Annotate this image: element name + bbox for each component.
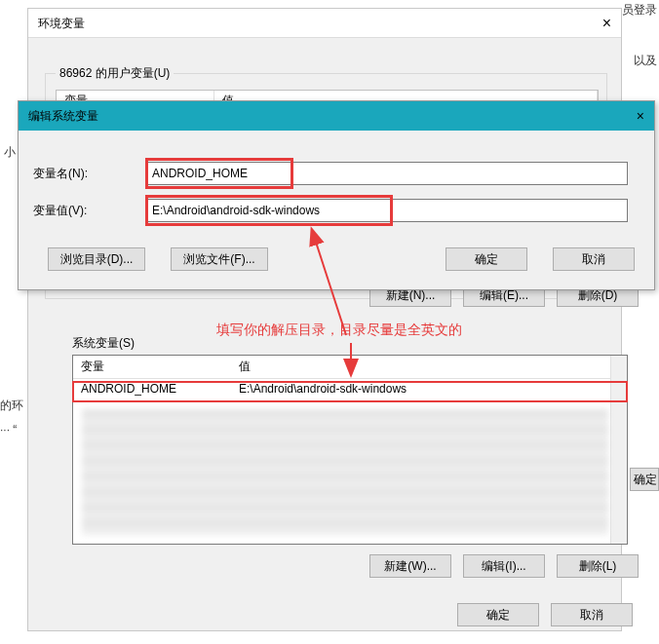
fragment-text: ··· “ xyxy=(0,423,17,436)
browse-buttons: 浏览目录(D)... 浏览文件(F)... xyxy=(48,247,268,271)
browse-file-button[interactable]: 浏览文件(F)... xyxy=(171,247,268,271)
system-vars-label: 系统变量(S) xyxy=(72,335,135,352)
highlight-var-value xyxy=(145,195,393,226)
sys-delete-button[interactable]: 删除(L) xyxy=(557,554,639,578)
edit-sysvar-title: 编辑系统变量 xyxy=(28,108,98,125)
cancel-button[interactable]: 取消 xyxy=(551,603,633,626)
annotation-text: 填写你的解压目录，目录尽量是全英文的 xyxy=(216,322,462,339)
var-value-label: 变量值(V): xyxy=(33,203,145,219)
close-icon[interactable]: × xyxy=(637,108,644,124)
col-val: 值 xyxy=(231,356,627,378)
var-name-label: 变量名(N): xyxy=(33,166,145,182)
edit-sysvar-titlebar: 编辑系统变量 × xyxy=(19,101,654,131)
table-row[interactable]: ANDROID_HOME E:\Android\android-sdk-wind… xyxy=(73,379,627,398)
fragment-text: 员登录 xyxy=(622,2,657,19)
sys-edit-button[interactable]: 编辑(I)... xyxy=(463,554,545,578)
sys-new-button[interactable]: 新建(W)... xyxy=(369,554,451,578)
fragment-text: 以及 xyxy=(634,53,657,69)
user-vars-label: 86962 的用户变量(U) xyxy=(56,65,174,82)
fragment-text: 小 xyxy=(4,144,16,161)
env-vars-titlebar: 环境变量 × xyxy=(28,9,621,38)
ok-button[interactable]: 确定 xyxy=(446,247,527,271)
edit-sysvar-dialog: 编辑系统变量 × 变量名(N): 变量值(V): 浏览目录(D)... 浏览文件… xyxy=(18,100,655,290)
var-name-row: 变量名(N): xyxy=(33,162,628,185)
outer-ok-label: 确定 xyxy=(634,472,657,488)
system-vars-header: 变量 值 xyxy=(73,356,627,379)
system-vars-buttons: 新建(W)... 编辑(I)... 删除(L) xyxy=(369,554,639,578)
fragment-text: 的环 xyxy=(0,398,23,414)
blurred-rows xyxy=(82,408,608,535)
cell-var: ANDROID_HOME xyxy=(73,379,231,398)
env-vars-title: 环境变量 xyxy=(38,9,85,37)
outer-ok-button[interactable]: 确定 xyxy=(630,468,659,491)
cancel-button[interactable]: 取消 xyxy=(553,247,635,271)
col-var: 变量 xyxy=(73,356,231,378)
scrollbar[interactable] xyxy=(610,356,627,544)
ok-button[interactable]: 确定 xyxy=(457,603,539,626)
close-icon[interactable]: × xyxy=(602,9,611,37)
highlight-var-name xyxy=(145,158,293,189)
dialog-buttons: 确定 取消 xyxy=(457,603,633,626)
okcancel-buttons: 确定 取消 xyxy=(446,247,635,271)
cell-val: E:\Android\android-sdk-windows xyxy=(231,379,627,398)
browse-dir-button[interactable]: 浏览目录(D)... xyxy=(48,247,145,271)
